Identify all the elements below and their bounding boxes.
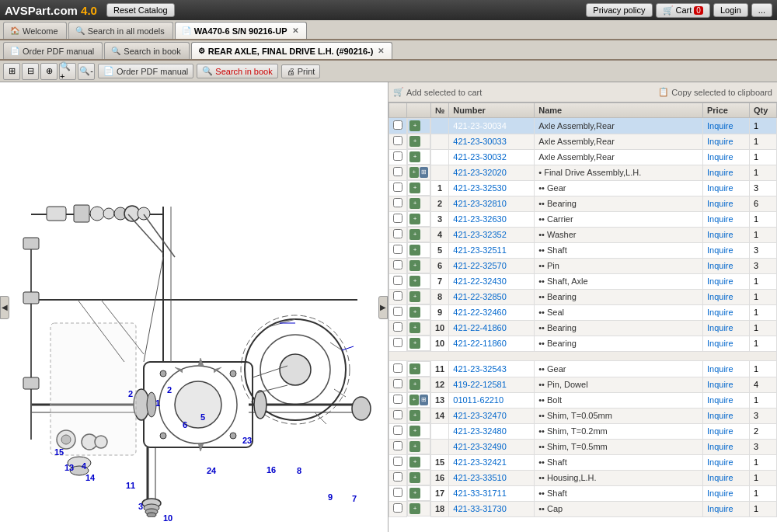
row-price[interactable]: Inquire [703,211,750,227]
diagram-label[interactable]: 8 [297,466,301,475]
checkbox-input[interactable] [393,260,402,269]
row-checkbox[interactable] [389,361,407,377]
row-price[interactable]: Inquire [703,361,750,377]
table-row[interactable]: + 10 421-22-41860 •• Bearing Inquire 1 [389,320,777,336]
row-checkbox[interactable] [389,273,407,289]
diagram-label[interactable]: 4 [82,461,86,471]
row-checkbox[interactable] [389,501,407,516]
diagram-label[interactable]: 14 [85,473,95,482]
add-icon[interactable]: + [409,363,420,374]
checkbox-input[interactable] [393,136,402,145]
row-checkbox[interactable] [389,196,407,211]
table-row[interactable]: + 18 421-33-31730 •• Cap Inquire 1 [389,501,777,516]
diagram-label[interactable]: 2 [167,385,172,395]
row-number[interactable]: 421-23-32530 [449,180,535,196]
row-checkbox[interactable] [389,392,407,408]
row-price[interactable]: Inquire [703,304,750,320]
add-icon[interactable]: + [409,151,420,162]
table-row[interactable]: + 8 421-22-32850 •• Bearing Inquire 1 [389,289,777,304]
checkbox-input[interactable] [393,472,402,482]
row-number[interactable]: 421-23-30032 [449,149,535,165]
checkbox-input[interactable] [393,363,402,373]
login-button[interactable]: Login [713,3,748,17]
row-checkbox[interactable] [389,258,407,273]
add-icon[interactable]: + [409,276,420,287]
row-checkbox[interactable] [389,320,407,336]
diagram-label[interactable]: 11 [126,481,135,490]
add-icon[interactable]: + [409,245,420,256]
row-price[interactable]: Inquire [703,134,750,149]
row-price[interactable]: Inquire [703,149,750,165]
row-checkbox[interactable] [389,118,407,134]
table-row[interactable]: + 421-23-30033 Axle Assembly,Rear Inquir… [389,134,777,149]
search-book-toolbar-button[interactable]: 🔍 Search in book [197,64,277,78]
row-price[interactable]: Inquire [703,470,750,485]
row-number[interactable]: 421-23-33510 [449,470,535,485]
row-number[interactable]: 421-23-32543 [449,361,535,377]
checkbox-input[interactable] [393,338,402,347]
row-price[interactable]: Inquire [703,377,750,392]
diagram-label[interactable]: 10 [163,513,172,523]
row-checkbox[interactable] [389,304,407,320]
tab-search-all-models[interactable]: 🔍 Search in all models [68,22,173,39]
diagram-label[interactable]: 3 [138,502,143,511]
row-number[interactable]: 421-23-32490 [449,439,535,454]
row-number[interactable]: 421-23-32020 [449,165,535,180]
row-number[interactable]: 421-22-41860 [449,320,535,336]
row-number[interactable]: 421-23-30033 [449,134,535,149]
row-checkbox[interactable] [389,377,407,392]
row-price[interactable]: Inquire [703,258,750,273]
row-checkbox[interactable] [389,454,407,470]
checkbox-input[interactable] [393,120,402,130]
checkbox-input[interactable] [393,229,402,238]
table-row[interactable]: + 3 421-23-32630 •• Carrier Inquire 1 [389,211,777,227]
add-icon[interactable]: + [409,136,420,147]
diagram-label[interactable]: 13 [64,463,74,472]
table-row[interactable]: + 421-23-32490 •• Shim, T=0.5mm Inquire … [389,439,777,454]
diagram-label[interactable]: 1 [155,398,160,408]
diagram-label[interactable]: 23 [242,436,252,445]
row-price[interactable]: Inquire [703,501,750,516]
add-icon[interactable]: + [409,322,420,333]
add-icon[interactable]: + [409,167,419,178]
diagram-label[interactable]: 24 [207,466,216,475]
checkbox-input[interactable] [393,322,402,332]
center-button[interactable]: ⊕ [40,63,57,80]
row-price[interactable]: Inquire [703,242,750,258]
add-icon[interactable]: + [409,457,420,468]
spec-icon[interactable]: ⊞ [420,395,429,405]
print-button[interactable]: 🖨 Print [281,64,321,78]
row-checkbox[interactable] [389,134,407,149]
right-arrow[interactable]: ▶ [378,296,388,319]
checkbox-input[interactable] [393,245,402,254]
table-row[interactable]: + 10 421-22-11860 •• Bearing Inquire 1 [389,336,777,352]
add-icon[interactable]: + [409,120,420,131]
add-icon[interactable]: + [409,503,420,514]
row-price[interactable]: Inquire [703,273,750,289]
row-price[interactable]: Inquire [703,485,750,501]
checkbox-input[interactable] [393,379,402,388]
table-row[interactable]: + 1 421-23-32530 •• Gear Inquire 3 [389,180,777,196]
row-number[interactable]: 421-23-32480 [449,423,535,439]
add-icon[interactable]: + [409,291,420,302]
checkbox-input[interactable] [393,488,402,497]
checkbox-input[interactable] [393,214,402,223]
row-price[interactable]: Inquire [703,180,750,196]
row-checkbox[interactable] [389,242,407,258]
zoom-out-button[interactable]: 🔍- [78,63,95,80]
add-icon[interactable]: + [409,488,420,499]
table-row[interactable]: + 421-23-30034 Axle Assembly,Rear Inquir… [389,118,777,134]
checkbox-input[interactable] [393,151,402,161]
row-number[interactable]: 421-22-32430 [449,273,535,289]
table-row[interactable]: + 14 421-23-32470 •• Shim, T=0.05mm Inqu… [389,408,777,423]
add-icon[interactable]: + [409,395,419,405]
table-row[interactable]: + 11 421-23-32543 •• Gear Inquire 1 [389,361,777,377]
row-checkbox[interactable] [389,165,407,180]
zoom-in-button[interactable]: 🔍+ [59,63,76,80]
row-price[interactable]: Inquire [703,165,750,180]
reset-catalog-button[interactable]: Reset Catalog [106,3,175,17]
table-row[interactable]: + 15 421-23-32421 •• Shaft Inquire 1 [389,454,777,470]
row-checkbox[interactable] [389,289,407,304]
diagram-label[interactable]: 9 [328,492,333,502]
table-row[interactable]: + 12 419-22-12581 •• Pin, Dowel Inquire … [389,377,777,392]
